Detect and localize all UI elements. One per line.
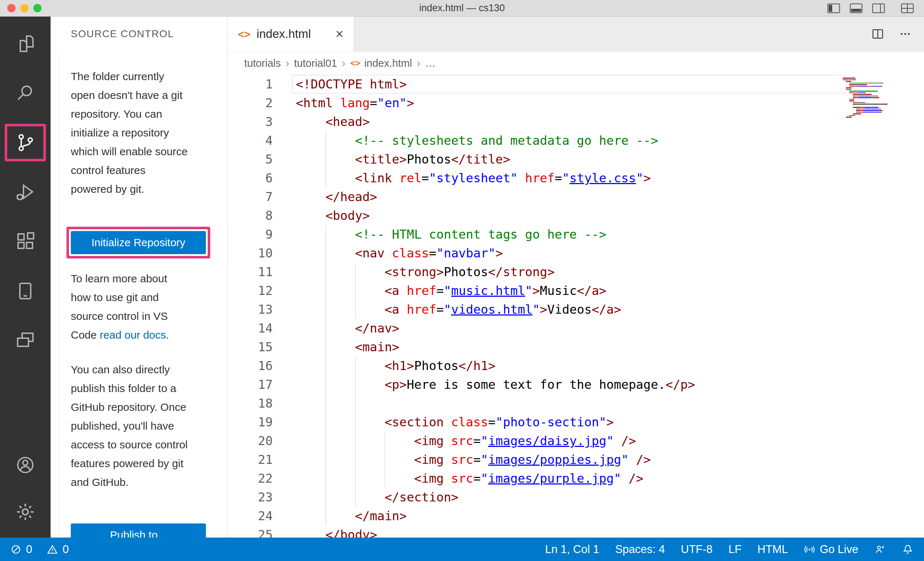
code-link[interactable]: images/purple.jpg	[488, 471, 614, 486]
minimap-token	[860, 94, 864, 95]
code-token: </h1>	[458, 359, 495, 373]
activity-extension-b[interactable]	[0, 316, 51, 365]
indent-guide	[385, 469, 414, 488]
workbench: SOURCE CONTROL The folder currently open…	[0, 16, 924, 537]
read-our-docs-link[interactable]: read our docs	[100, 329, 166, 341]
line-number: 12	[228, 281, 273, 300]
code-line: 7 </head>	[228, 187, 924, 206]
code-token: <html	[296, 96, 340, 110]
indent-guide	[296, 319, 326, 338]
accounts-button[interactable]	[0, 441, 51, 488]
code-token: Photos	[414, 359, 459, 373]
errors-count: 0	[26, 543, 32, 556]
go-live-button[interactable]: Go Live	[804, 543, 858, 556]
cursor-position[interactable]: Ln 1, Col 1	[545, 543, 599, 556]
activity-explorer[interactable]	[0, 19, 51, 68]
notifications-button[interactable]	[902, 543, 914, 556]
code-token: <!-- HTML content tags go here -->	[355, 227, 606, 241]
code-token: >	[606, 415, 614, 429]
line-number: 1	[228, 75, 273, 94]
code-link[interactable]: images/poppies.jpg	[488, 452, 621, 467]
breadcrumb-item-tutorials[interactable]: tutorials	[244, 57, 281, 69]
encoding-indicator[interactable]: UTF-8	[681, 543, 712, 556]
code-line-content: <section class="photo-section">	[296, 413, 614, 431]
code-line-content: <img src="images/purple.jpg" />	[296, 469, 644, 488]
indent-guide	[385, 450, 414, 469]
minimap-line	[843, 115, 893, 116]
sidebar-divider-line	[59, 53, 59, 537]
more-actions-icon[interactable]	[898, 27, 912, 41]
minimap-line	[843, 109, 893, 110]
minimap-line	[843, 110, 893, 111]
code-link[interactable]: style.css	[569, 171, 636, 185]
indent-guide	[296, 413, 326, 431]
activity-run-debug[interactable]	[0, 167, 51, 217]
toggle-panel-icon[interactable]	[850, 3, 862, 13]
indent-guide	[296, 450, 326, 469]
code-token: >	[407, 96, 414, 110]
indent-guide	[296, 206, 326, 225]
feedback-button[interactable]	[874, 544, 886, 555]
code-editor[interactable]: 1<!DOCTYPE html>2<html lang="en">3 <head…	[228, 75, 924, 537]
line-number: 18	[228, 394, 273, 413]
minimap-token	[884, 103, 888, 105]
initialize-repository-button[interactable]: Initialize Repository	[71, 231, 206, 254]
settings-button[interactable]	[0, 488, 51, 536]
activity-extension-a[interactable]	[0, 266, 51, 316]
toggle-primary-sidebar-icon[interactable]	[827, 3, 840, 13]
code-line-content	[296, 394, 385, 413]
minimap-line	[843, 113, 893, 114]
code-link[interactable]: music.html	[451, 283, 525, 298]
eol-indicator[interactable]: LF	[729, 543, 742, 556]
publish-button[interactable]: Publish to...	[71, 524, 206, 537]
minimap-token	[863, 112, 864, 113]
language-mode-indicator[interactable]: HTML	[758, 543, 788, 556]
zoom-window-button[interactable]	[33, 4, 42, 12]
minimap-token	[879, 110, 880, 111]
close-window-button[interactable]	[7, 4, 15, 12]
activity-extensions[interactable]	[0, 217, 51, 266]
code-token: "	[444, 302, 451, 317]
minimap-token	[862, 112, 863, 113]
minimap-token	[864, 110, 879, 111]
breadcrumb-item-file[interactable]: index.html	[364, 57, 412, 69]
titlebar[interactable]: index.html — cs130	[0, 0, 924, 16]
activity-search[interactable]	[0, 68, 51, 118]
code-token: href	[407, 283, 436, 298]
breadcrumb-item-tutorial01[interactable]: tutorial01	[294, 57, 337, 69]
tab-index-html[interactable]: <> index.html ×	[228, 16, 354, 51]
minimap-token	[846, 87, 852, 88]
toggle-secondary-sidebar-icon[interactable]	[872, 3, 885, 13]
minimap-token	[860, 112, 862, 113]
status-problems[interactable]: 0 0	[10, 543, 69, 556]
indentation-indicator[interactable]: Spaces: 4	[615, 543, 665, 556]
close-tab-icon[interactable]: ×	[336, 27, 344, 41]
search-icon	[15, 82, 36, 104]
code-line: 10 <nav class="navbar">	[228, 244, 924, 262]
line-number: 5	[228, 150, 273, 169]
code-token: src	[451, 471, 473, 486]
code-token: </strong>	[488, 265, 555, 279]
minimap-token	[849, 99, 854, 100]
code-token: Here is some text for the homepage.	[407, 377, 665, 392]
minimize-window-button[interactable]	[20, 4, 28, 12]
code-link[interactable]: videos.html	[451, 302, 532, 317]
code-token: <main>	[355, 340, 399, 354]
split-editor-icon[interactable]	[870, 27, 885, 41]
problems-warnings[interactable]: 0	[46, 543, 69, 556]
breadcrumb-item-symbol[interactable]: …	[425, 57, 436, 69]
minimap-line	[843, 78, 893, 79]
minimap-line	[843, 91, 893, 92]
indent-guide	[296, 394, 326, 413]
minimap-token	[865, 93, 866, 94]
problems-errors[interactable]: 0	[10, 543, 32, 556]
customize-layout-icon[interactable]	[901, 3, 914, 13]
code-line: 24 </main>	[228, 507, 924, 525]
minimap-line	[843, 97, 893, 98]
minimap-token	[856, 110, 860, 111]
minimap[interactable]	[843, 78, 893, 118]
code-line: 17 <p>Here is some text for the homepage…	[228, 375, 924, 394]
code-line: 19 <section class="photo-section">	[228, 413, 924, 431]
activity-source-control[interactable]	[0, 118, 51, 167]
code-link[interactable]: images/daisy.jpg	[488, 434, 606, 448]
